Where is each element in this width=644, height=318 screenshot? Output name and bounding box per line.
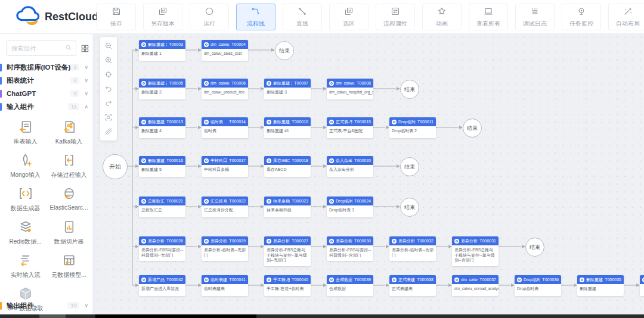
toolbar-button-save-as-version[interactable]: 另存版本 (143, 4, 182, 30)
toolbar-button-straight-line[interactable]: 直线 (283, 4, 322, 30)
node-task-id: T000013 (166, 120, 183, 124)
sidebar-category-c3[interactable]: 输入组件11∧ (0, 100, 94, 113)
component-item-realtime-stream-input[interactable]: 实时输入流 (4, 252, 47, 279)
flow-node-T000020[interactable]: 杂入杂出...T000020杂入杂出分析 (327, 156, 373, 177)
flow-node-T000024[interactable]: Drop临时...T000024Drop临时表 3 (327, 197, 373, 217)
node-header: 中转科目...T000017 (202, 156, 248, 165)
node-type-icon (204, 81, 209, 86)
flow-node-T000010[interactable]: 删除重建 41T000010删除重建 41 (264, 117, 311, 138)
scrollbar-segment[interactable] (95, 314, 256, 318)
flow-node-T000035[interactable]: 删除重建T000035删除重建 (577, 275, 624, 296)
search-input[interactable] (10, 44, 58, 52)
palette-redo-icon[interactable] (104, 99, 113, 107)
sidebar-category-c1[interactable]: 图表统计2∨ (0, 74, 94, 87)
flow-node-T000018[interactable]: 库存ABCDT000018库存ABCD (264, 156, 311, 177)
palette-zoom-out-icon[interactable] (104, 42, 113, 50)
end-node[interactable]: 结束 (400, 80, 419, 99)
end-node[interactable]: 结束 (400, 198, 419, 217)
component-item-data-slicer[interactable]: 数据切片器 (47, 219, 91, 246)
flow-node-T000036[interactable]: Drop临时表T000036Drop临时表 (515, 275, 561, 296)
component-item-kafka-input[interactable]: Kafka输入 (47, 119, 91, 146)
toolbar: 保存另存版本运行流程线直线选区流程属性动画查看所有调试日志任务监控自动布局 (97, 4, 644, 30)
toolbar-button-auto-layout[interactable]: 自动布局 (608, 4, 644, 30)
straight-line-icon (298, 7, 307, 18)
toolbar-button-save[interactable]: 保存 (97, 4, 136, 30)
flow-node-T000023[interactable]: 往来余额...T000023往来余额码值 (264, 197, 311, 217)
flow-node-T000039[interactable]: 合成数据T000039合成数据 (327, 275, 373, 296)
node-header: 杂入杂出...T000020 (327, 156, 373, 165)
palette-zoom-in-icon[interactable] (104, 56, 113, 64)
flow-node-T00005[interactable]: 删除重建 2T00005删除重建 2 (139, 79, 185, 99)
flow-node-T00008[interactable]: dm_caiwu_...T00008dm_caiwu_hospital_org_… (327, 79, 373, 99)
toolbar-button-selection[interactable]: 选区 (329, 4, 369, 30)
toolbar-button-view-all[interactable]: 查看所有 (469, 4, 508, 30)
end-node[interactable]: 结束 (463, 119, 482, 138)
flow-node-T000011[interactable]: Drop临时...T000011Drop临时表 2 (389, 117, 436, 138)
node-task-id: T000027 (292, 239, 308, 243)
node-header: 正式表建表T000038 (389, 275, 436, 284)
flow-node-T000022[interactable]: 汇总按月...T000022汇总按月份分配 (202, 197, 248, 217)
component-item-data-generator[interactable]: 数据生成器 (4, 186, 47, 213)
toolbar-button-flow-line[interactable]: 流程线 (236, 4, 275, 30)
palette-fullscreen-icon[interactable] (104, 113, 113, 121)
flow-node-T000013[interactable]: 删除重建 4T000013删除重建 4 (139, 117, 185, 138)
node-title: 中转科目... (210, 158, 227, 164)
node-type-icon (267, 199, 271, 204)
end-node[interactable]: 结束 (275, 41, 294, 60)
flow-node-T00004[interactable]: dm_caiwu_...T00004dm_caiwu_sales_cost (202, 40, 248, 61)
toolbar-button-flow-properties[interactable]: 流程属性 (376, 4, 415, 30)
flow-node-partial[interactable] (640, 275, 644, 296)
palette-undo-icon[interactable] (104, 85, 113, 93)
scrollbar-thumb[interactable] (39, 314, 66, 318)
grid-view-toggle-icon[interactable] (80, 44, 89, 53)
toolbar-button-debug-log[interactable]: 调试日志 (515, 4, 555, 30)
start-node[interactable]: 开始 (103, 154, 128, 179)
flow-node-T000030[interactable]: 差异分析-...T000030差异分析-EBS与要控--科目级别--含部门 (327, 236, 373, 261)
sidebar-category-c2[interactable]: ChatGPT9∨ (0, 87, 94, 100)
flow-node-T000042[interactable]: 新增产品...T000042新增产品进入库情况 (139, 275, 185, 296)
node-title: dm_caiwu_... (336, 81, 355, 85)
sidebar-scrollbar[interactable] (92, 33, 94, 314)
component-item-elasticsearch-input[interactable]: ElasticSearc... (47, 186, 91, 213)
flow-node-T000038[interactable]: 正式表建表T000038正式表建表 (389, 275, 436, 296)
component-item-table-input[interactable]: 库表输入 (4, 119, 47, 146)
flow-node-T00003[interactable]: 删除重建 1T00003删除重建 1 (139, 40, 185, 61)
flow-node-T00007[interactable]: 删除重建 3T00007删除重建 3 (264, 79, 311, 99)
node-task-id: T000018 (292, 158, 308, 163)
component-item-stored-procedure-input[interactable]: 存储过程输入 (47, 152, 91, 179)
component-item-mongo-input[interactable]: Mongo输入 (4, 152, 47, 179)
flow-node-T000041[interactable]: 临时表建表T000041临时表建表 (202, 275, 248, 296)
node-type-icon (204, 239, 209, 244)
flow-node-T000027[interactable]: 差异分析-...T000027差异分析-EBS总账与子模块与要控--单号级别--… (264, 236, 311, 266)
sidebar-category-c0[interactable]: 时序数据库(IOT设备)2∨ (0, 61, 94, 74)
flow-node-T000016[interactable]: 删除重建 5T000016删除重建 5 (139, 156, 185, 177)
node-body-text: 合成数据 (327, 284, 373, 296)
toolbar-button-animation[interactable]: 动画 (422, 4, 462, 30)
end-node[interactable]: 结束 (400, 157, 419, 176)
component-item-redis-input[interactable]: Redis数据... (4, 219, 47, 246)
node-task-id: T000038 (417, 278, 434, 282)
flow-node-T000037[interactable]: dm_caiwu_...T000037dm_caiwu_onroad_analy… (452, 275, 499, 296)
palette-hatch-icon[interactable] (104, 127, 113, 136)
sidebar-category-output[interactable]: 输出组件10∨ (0, 299, 94, 312)
end-node[interactable]: 结束 (525, 238, 544, 257)
component-item-metadata-model[interactable]: 元数据模型... (47, 252, 91, 279)
node-type-icon (267, 81, 271, 86)
toolbar-button-task-monitor[interactable]: 任务监控 (562, 4, 601, 30)
flow-node-T000032[interactable]: 差异分析-...T000032差异分析-临时表--含部门 (389, 236, 436, 261)
flow-node-T000014[interactable]: 临时表T000014临时表 (202, 117, 248, 138)
flow-canvas[interactable]: 删除重建 1T00003删除重建 1dm_caiwu_...T00004dm_c… (94, 33, 644, 314)
node-type-icon (517, 278, 522, 282)
flow-node-T000031[interactable]: 差异分析-...T000031差异分析-EBS总账与子模块与要控--单号级别--… (452, 236, 499, 266)
flow-properties-icon (391, 7, 400, 18)
bottom-scrollbar-track[interactable] (0, 314, 644, 318)
flow-node-T000040[interactable]: 手工账-在...T000040手工账-在途+临时表 (264, 275, 311, 296)
flow-node-T000021[interactable]: 总账取汇总T000021总账取汇总 (139, 197, 185, 217)
flow-node-T000017[interactable]: 中转科目...T000017中转科目余额 (202, 156, 248, 177)
flow-node-T000026[interactable]: 差异分析-...T000026差异分析-EBS与要控--科目级别--无部门 (139, 236, 185, 261)
flow-node-T000015[interactable]: 正式表-平...T000015正式表-平台&医院 (327, 117, 373, 138)
palette-fit-view-icon[interactable] (104, 70, 113, 79)
flow-node-T000029[interactable]: 差异分析-...T000029差异分析-临时表--无部门 (202, 236, 248, 261)
toolbar-button-run[interactable]: 运行 (190, 4, 229, 30)
flow-node-T00006[interactable]: dm_caiwu_...T00006dm_caiwu_product_line (202, 79, 248, 99)
